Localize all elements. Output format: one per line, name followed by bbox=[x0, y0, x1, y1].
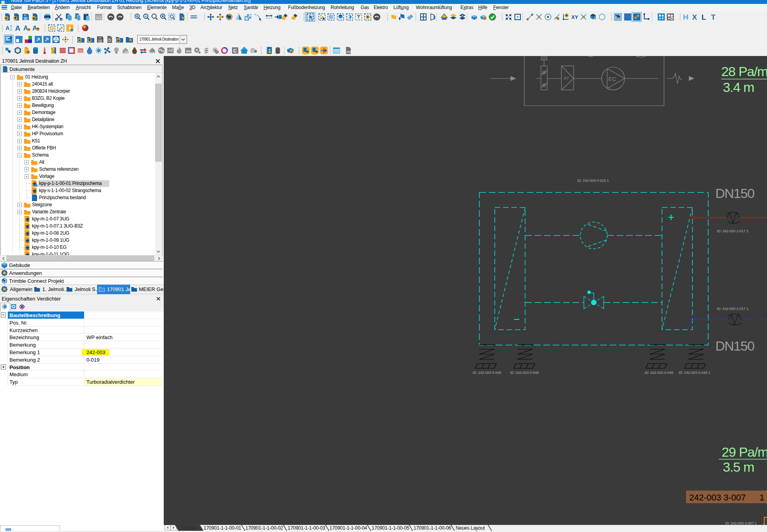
svg-text:L: L bbox=[702, 13, 706, 21]
svg-text:H: H bbox=[683, 13, 688, 21]
svg-text:T: T bbox=[711, 13, 716, 21]
svg-text:ID: 242-003 0-048: ID: 242-003 0-048 bbox=[473, 371, 501, 375]
svg-text:28 Pa/m: 28 Pa/m bbox=[721, 64, 767, 79]
svg-text:EC: EC bbox=[608, 76, 616, 82]
svg-text:123: 123 bbox=[346, 50, 351, 53]
svg-text:A: A bbox=[6, 25, 9, 31]
svg-text:ID: 242-003 0-048: ID: 242-003 0-048 bbox=[645, 371, 673, 375]
svg-text:ID: 242-003 0-019 1: ID: 242-003 0-019 1 bbox=[577, 179, 609, 183]
svg-text:EnEV: EnEV bbox=[150, 51, 156, 54]
svg-text:1: 1 bbox=[760, 493, 764, 502]
svg-text:3.4 m: 3.4 m bbox=[723, 80, 754, 95]
svg-text:DN150: DN150 bbox=[715, 338, 754, 353]
svg-text:3.5 m: 3.5 m bbox=[723, 459, 754, 474]
svg-text:ID: 242-003 2-017 2: ID: 242-003 2-017 2 bbox=[717, 229, 748, 233]
svg-text:A: A bbox=[15, 24, 21, 32]
svg-text:ies: ies bbox=[186, 49, 191, 53]
svg-text:C: C bbox=[233, 48, 237, 54]
svg-text:29 Pa/m: 29 Pa/m bbox=[722, 444, 767, 459]
svg-text:ID: 242-003 0-048: ID: 242-003 0-048 bbox=[510, 371, 539, 375]
svg-text:A: A bbox=[23, 24, 28, 32]
svg-text:ID: 242-003 3-007 1: ID: 242-003 3-007 1 bbox=[725, 521, 757, 525]
svg-text:242-003 3-007: 242-003 3-007 bbox=[689, 493, 746, 502]
svg-text:F7: F7 bbox=[564, 77, 569, 81]
svg-text:X: X bbox=[692, 13, 697, 21]
svg-text:ID: 242-003 0-048 1: ID: 242-003 0-048 1 bbox=[679, 371, 710, 375]
svg-text:DN150: DN150 bbox=[715, 186, 754, 201]
svg-text:ID: 242-003 2-017 1: ID: 242-003 2-017 1 bbox=[717, 307, 748, 311]
svg-text:XY: XY bbox=[571, 14, 578, 20]
